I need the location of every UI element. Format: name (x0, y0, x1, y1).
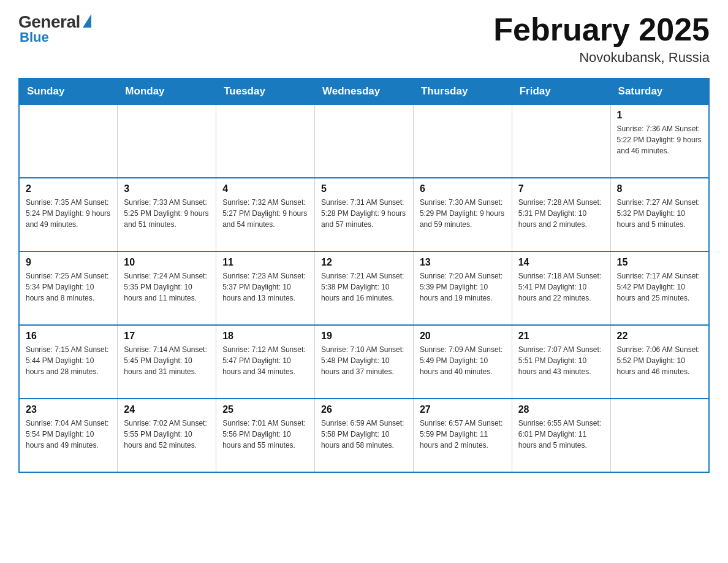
calendar-table: SundayMondayTuesdayWednesdayThursdayFrid… (18, 78, 710, 473)
day-cell: 19Sunrise: 7:10 AM Sunset: 5:48 PM Dayli… (315, 325, 414, 399)
day-number: 17 (124, 331, 210, 342)
weekday-header-tuesday: Tuesday (216, 79, 315, 104)
day-info: Sunrise: 7:15 AM Sunset: 5:44 PM Dayligh… (26, 344, 111, 377)
day-cell: 25Sunrise: 7:01 AM Sunset: 5:56 PM Dayli… (216, 399, 315, 472)
day-number: 11 (222, 257, 308, 268)
day-number: 23 (26, 404, 111, 415)
day-cell: 13Sunrise: 7:20 AM Sunset: 5:39 PM Dayli… (413, 251, 512, 325)
day-info: Sunrise: 7:10 AM Sunset: 5:48 PM Dayligh… (321, 344, 407, 377)
day-cell: 8Sunrise: 7:27 AM Sunset: 5:32 PM Daylig… (610, 178, 709, 251)
title-block: February 2025 Novokubansk, Russia (493, 12, 710, 66)
day-cell: 20Sunrise: 7:09 AM Sunset: 5:49 PM Dayli… (413, 325, 512, 399)
day-info: Sunrise: 7:02 AM Sunset: 5:55 PM Dayligh… (124, 418, 210, 451)
day-cell: 21Sunrise: 7:07 AM Sunset: 5:51 PM Dayli… (512, 325, 610, 399)
day-info: Sunrise: 7:32 AM Sunset: 5:27 PM Dayligh… (222, 197, 308, 230)
calendar-header-row: SundayMondayTuesdayWednesdayThursdayFrid… (19, 79, 709, 104)
day-number: 27 (420, 404, 506, 415)
day-cell: 9Sunrise: 7:25 AM Sunset: 5:34 PM Daylig… (19, 251, 118, 325)
day-cell (512, 104, 610, 178)
day-cell (19, 104, 118, 178)
week-row-1: 1Sunrise: 7:36 AM Sunset: 5:22 PM Daylig… (19, 104, 709, 178)
day-cell: 23Sunrise: 7:04 AM Sunset: 5:54 PM Dayli… (19, 399, 118, 472)
day-cell: 7Sunrise: 7:28 AM Sunset: 5:31 PM Daylig… (512, 178, 610, 251)
day-cell: 12Sunrise: 7:21 AM Sunset: 5:38 PM Dayli… (315, 251, 414, 325)
week-row-2: 2Sunrise: 7:35 AM Sunset: 5:24 PM Daylig… (19, 178, 709, 251)
day-cell: 22Sunrise: 7:06 AM Sunset: 5:52 PM Dayli… (610, 325, 709, 399)
day-cell: 26Sunrise: 6:59 AM Sunset: 5:58 PM Dayli… (315, 399, 414, 472)
day-number: 9 (26, 257, 111, 268)
day-info: Sunrise: 7:31 AM Sunset: 5:28 PM Dayligh… (321, 197, 407, 230)
day-number: 7 (518, 183, 604, 194)
day-number: 3 (124, 183, 210, 194)
day-cell (315, 104, 414, 178)
logo-blue-text: Blue (20, 29, 49, 45)
day-cell: 3Sunrise: 7:33 AM Sunset: 5:25 PM Daylig… (118, 178, 216, 251)
day-info: Sunrise: 7:14 AM Sunset: 5:45 PM Dayligh… (124, 344, 210, 377)
logo: General Blue (18, 12, 91, 45)
day-info: Sunrise: 7:27 AM Sunset: 5:32 PM Dayligh… (617, 197, 702, 230)
weekday-header-friday: Friday (512, 79, 610, 104)
day-cell: 5Sunrise: 7:31 AM Sunset: 5:28 PM Daylig… (315, 178, 414, 251)
day-cell: 17Sunrise: 7:14 AM Sunset: 5:45 PM Dayli… (118, 325, 216, 399)
day-info: Sunrise: 7:28 AM Sunset: 5:31 PM Dayligh… (518, 197, 604, 230)
weekday-header-thursday: Thursday (413, 79, 512, 104)
day-cell: 15Sunrise: 7:17 AM Sunset: 5:42 PM Dayli… (610, 251, 709, 325)
day-info: Sunrise: 7:01 AM Sunset: 5:56 PM Dayligh… (222, 418, 308, 451)
day-info: Sunrise: 7:21 AM Sunset: 5:38 PM Dayligh… (321, 270, 407, 304)
day-info: Sunrise: 7:12 AM Sunset: 5:47 PM Dayligh… (222, 344, 308, 377)
day-number: 6 (420, 183, 506, 194)
day-number: 2 (26, 183, 111, 194)
day-number: 14 (518, 257, 604, 268)
day-number: 10 (124, 257, 210, 268)
day-number: 12 (321, 257, 407, 268)
day-cell: 10Sunrise: 7:24 AM Sunset: 5:35 PM Dayli… (118, 251, 216, 325)
week-row-5: 23Sunrise: 7:04 AM Sunset: 5:54 PM Dayli… (19, 399, 709, 472)
day-cell: 16Sunrise: 7:15 AM Sunset: 5:44 PM Dayli… (19, 325, 118, 399)
day-cell: 14Sunrise: 7:18 AM Sunset: 5:41 PM Dayli… (512, 251, 610, 325)
day-info: Sunrise: 6:57 AM Sunset: 5:59 PM Dayligh… (420, 418, 506, 451)
day-number: 24 (124, 404, 210, 415)
weekday-header-wednesday: Wednesday (315, 79, 414, 104)
day-info: Sunrise: 7:30 AM Sunset: 5:29 PM Dayligh… (420, 197, 506, 230)
day-info: Sunrise: 7:33 AM Sunset: 5:25 PM Dayligh… (124, 197, 210, 230)
day-number: 5 (321, 183, 407, 194)
weekday-header-saturday: Saturday (610, 79, 709, 104)
day-cell (413, 104, 512, 178)
day-cell: 6Sunrise: 7:30 AM Sunset: 5:29 PM Daylig… (413, 178, 512, 251)
day-number: 8 (617, 183, 702, 194)
day-cell: 28Sunrise: 6:55 AM Sunset: 6:01 PM Dayli… (512, 399, 610, 472)
day-info: Sunrise: 7:06 AM Sunset: 5:52 PM Dayligh… (617, 344, 702, 377)
day-number: 21 (518, 331, 604, 342)
day-number: 20 (420, 331, 506, 342)
day-number: 1 (617, 110, 702, 121)
logo-triangle-icon (83, 14, 91, 28)
day-number: 26 (321, 404, 407, 415)
day-info: Sunrise: 7:04 AM Sunset: 5:54 PM Dayligh… (26, 418, 111, 451)
day-number: 18 (222, 331, 308, 342)
week-row-4: 16Sunrise: 7:15 AM Sunset: 5:44 PM Dayli… (19, 325, 709, 399)
day-number: 19 (321, 331, 407, 342)
day-info: Sunrise: 7:35 AM Sunset: 5:24 PM Dayligh… (26, 197, 111, 230)
day-info: Sunrise: 6:55 AM Sunset: 6:01 PM Dayligh… (518, 418, 604, 451)
page-header: General Blue February 2025 Novokubansk, … (18, 12, 710, 66)
day-cell: 1Sunrise: 7:36 AM Sunset: 5:22 PM Daylig… (610, 104, 709, 178)
day-cell: 2Sunrise: 7:35 AM Sunset: 5:24 PM Daylig… (19, 178, 118, 251)
weekday-header-monday: Monday (118, 79, 216, 104)
day-cell (216, 104, 315, 178)
day-cell: 11Sunrise: 7:23 AM Sunset: 5:37 PM Dayli… (216, 251, 315, 325)
day-number: 4 (222, 183, 308, 194)
day-number: 15 (617, 257, 702, 268)
day-cell (610, 399, 709, 472)
day-number: 13 (420, 257, 506, 268)
day-number: 22 (617, 331, 702, 342)
day-info: Sunrise: 7:23 AM Sunset: 5:37 PM Dayligh… (222, 270, 308, 304)
week-row-3: 9Sunrise: 7:25 AM Sunset: 5:34 PM Daylig… (19, 251, 709, 325)
day-cell: 4Sunrise: 7:32 AM Sunset: 5:27 PM Daylig… (216, 178, 315, 251)
weekday-header-sunday: Sunday (19, 79, 118, 104)
calendar-subtitle: Novokubansk, Russia (493, 50, 710, 66)
day-cell (118, 104, 216, 178)
day-number: 28 (518, 404, 604, 415)
day-cell: 24Sunrise: 7:02 AM Sunset: 5:55 PM Dayli… (118, 399, 216, 472)
day-info: Sunrise: 7:25 AM Sunset: 5:34 PM Dayligh… (26, 270, 111, 304)
day-info: Sunrise: 6:59 AM Sunset: 5:58 PM Dayligh… (321, 418, 407, 451)
